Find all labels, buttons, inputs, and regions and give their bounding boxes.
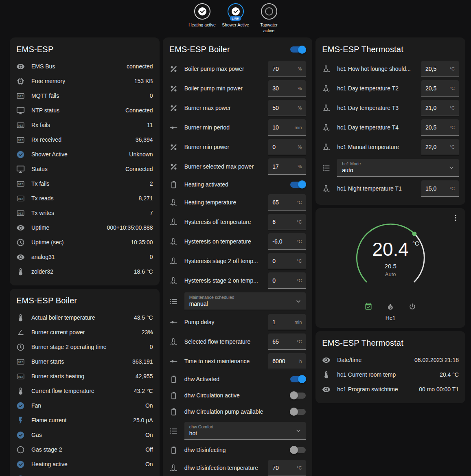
number-input[interactable]: -6,0°C bbox=[268, 233, 306, 250]
sensor-row[interactable]: Heating pumpOn bbox=[16, 472, 153, 476]
sensor-row[interactable]: Current flow temperature43.2 °C bbox=[16, 384, 153, 398]
battery-icon bbox=[169, 375, 178, 384]
sensor-row[interactable]: 012Rx fails11 bbox=[16, 118, 153, 132]
toggle-switch[interactable] bbox=[290, 393, 306, 399]
calendar-check-button[interactable] bbox=[363, 301, 374, 312]
number-input[interactable]: 0°C bbox=[268, 272, 306, 289]
number-input[interactable]: 65°C bbox=[268, 194, 306, 211]
number-input[interactable]: 70°C bbox=[268, 460, 306, 476]
sensor-row[interactable]: NTP statusConnected bbox=[16, 103, 153, 118]
number-input[interactable]: 0°C bbox=[268, 253, 306, 269]
sensor-row[interactable]: Shower ActiveUnknown bbox=[16, 147, 153, 162]
number-input[interactable]: 6°C bbox=[268, 214, 306, 230]
number-input[interactable]: 15,0°C bbox=[421, 180, 459, 197]
sensor-row[interactable]: GasOn bbox=[16, 428, 153, 442]
entity-value: 43.5 °C bbox=[134, 314, 153, 321]
toggle-switch[interactable] bbox=[290, 447, 306, 453]
number-input[interactable]: 17% bbox=[268, 158, 306, 175]
counter-icon: 012 bbox=[16, 136, 25, 144]
select-input[interactable]: Maintenance scheduledmanual bbox=[184, 292, 306, 310]
sensor-row[interactable]: Uptime (sec)10:35:00 bbox=[16, 235, 153, 250]
sensor-row[interactable]: 012Tx writes7 bbox=[16, 206, 153, 220]
number-value: 65 bbox=[272, 338, 292, 345]
sensor-row[interactable]: Flame current25.0 µA bbox=[16, 413, 153, 428]
sensor-row[interactable]: Date/time06.02.2023 21:18 bbox=[322, 353, 459, 367]
number-input[interactable]: 20,5°C bbox=[421, 119, 459, 136]
toggle-switch[interactable] bbox=[290, 409, 306, 415]
badge-label: Heating active bbox=[188, 22, 216, 28]
sensor-row[interactable]: 012Burner starts heating42,955 bbox=[16, 369, 153, 384]
sensor-row[interactable]: StatusConnected bbox=[16, 162, 153, 176]
sensor-row[interactable]: 012Rx received36,394 bbox=[16, 132, 153, 147]
toggle-switch[interactable] bbox=[290, 182, 306, 188]
monitor-icon bbox=[16, 165, 25, 173]
number-input[interactable]: 22,0°C bbox=[421, 139, 459, 155]
number-input[interactable]: 20,5°C bbox=[421, 61, 459, 77]
number-input[interactable]: 10min bbox=[268, 119, 306, 136]
entity-label: Rx fails bbox=[31, 122, 147, 128]
badge-tapwater-active[interactable]: Tapwater active bbox=[254, 3, 284, 33]
select-input[interactable]: hc1 Modeauto bbox=[337, 159, 459, 177]
entity-label: Gas bbox=[31, 432, 145, 438]
sensor-row[interactable]: Heating activeOn bbox=[16, 457, 153, 472]
sensor-row[interactable]: analog310 bbox=[16, 250, 153, 264]
sensor-row[interactable]: 012Tx fails2 bbox=[16, 176, 153, 191]
entity-value: Connected bbox=[125, 166, 153, 172]
sensor-row[interactable]: Gas stage 2Off bbox=[16, 442, 153, 457]
number-input[interactable]: 1min bbox=[268, 314, 306, 330]
sensor-row[interactable]: FanOn bbox=[16, 398, 153, 413]
chevron-down-icon bbox=[294, 297, 302, 305]
percent-icon bbox=[169, 104, 178, 112]
sensor-row[interactable]: Burner current power23% bbox=[16, 325, 153, 340]
sensor-row[interactable]: 012MQTT fails0 bbox=[16, 88, 153, 103]
clock-icon bbox=[16, 343, 25, 351]
number-value: 50 bbox=[272, 105, 293, 111]
entity-label: Time to next maintenance bbox=[184, 358, 269, 364]
entity-value: 20.4 °C bbox=[440, 371, 459, 378]
entity-value: 0 bbox=[150, 92, 153, 99]
sensor-row[interactable]: EMS Busconnected bbox=[16, 59, 153, 74]
chevron-down-icon bbox=[294, 427, 302, 435]
number-unit: % bbox=[298, 164, 302, 169]
sensor-row[interactable]: hc1 Current room temp20.4 °C bbox=[322, 367, 459, 382]
entity-label: Hysteresis on temperature bbox=[184, 238, 269, 245]
sensor-row[interactable]: hc1 Program switchtime00 mo 00:00 T1 bbox=[322, 382, 459, 397]
more-options-button[interactable] bbox=[450, 212, 461, 224]
thermo-waves-icon bbox=[169, 276, 178, 285]
entities-card: EMS-ESP Thermostathc1 How hot lounge sho… bbox=[315, 37, 465, 205]
sensor-row[interactable]: 012Tx reads8,271 bbox=[16, 191, 153, 206]
sensor-row[interactable]: Uptime000+10:35:00.888 bbox=[16, 220, 153, 235]
entity-label: dhw Activated bbox=[184, 376, 287, 382]
number-input[interactable]: 50% bbox=[268, 100, 306, 116]
card-header-toggle[interactable] bbox=[290, 46, 306, 53]
number-input[interactable]: 65°C bbox=[268, 333, 306, 350]
number-unit: °C bbox=[450, 86, 455, 91]
sensor-row[interactable]: zolder3218.6 °C bbox=[16, 264, 153, 279]
number-input[interactable]: 0% bbox=[268, 139, 306, 155]
fire-button[interactable] bbox=[385, 301, 396, 312]
sensor-row[interactable]: Burner stage 2 operating time0 bbox=[16, 340, 153, 354]
number-row: hc1 Day temperature T321,0°C bbox=[322, 98, 459, 118]
sensor-row[interactable]: Actual boiler temperature43.5 °C bbox=[16, 310, 153, 325]
sensor-row[interactable]: Free memory153 KB bbox=[16, 74, 153, 88]
number-input[interactable]: 70% bbox=[268, 61, 306, 77]
thermo-waves-icon bbox=[322, 104, 331, 112]
list-icon bbox=[322, 164, 331, 172]
number-input[interactable]: 30% bbox=[268, 80, 306, 97]
select-value: hot bbox=[189, 430, 293, 437]
eye-icon bbox=[16, 224, 25, 232]
badge-heating-active[interactable]: Heating active bbox=[188, 3, 217, 28]
power-button[interactable] bbox=[407, 301, 418, 312]
toggle-switch[interactable] bbox=[290, 376, 306, 382]
number-input[interactable]: 20,5°C bbox=[421, 80, 459, 97]
sensor-row[interactable]: 012Burner starts363,191 bbox=[16, 354, 153, 369]
memory-icon bbox=[16, 77, 25, 86]
entity-value: 06.02.2023 21:18 bbox=[414, 357, 459, 363]
number-input[interactable]: 6000h bbox=[268, 353, 306, 369]
badge-shower-active[interactable]: LINK Shower Active bbox=[221, 3, 250, 28]
number-unit: °C bbox=[450, 125, 455, 130]
counter-icon: 012 bbox=[16, 209, 25, 217]
number-input[interactable]: 21,0°C bbox=[421, 100, 459, 116]
column-2: EMS-ESP BoilerBoiler pump max power70%Bo… bbox=[163, 37, 313, 476]
select-input[interactable]: dhw Comforthot bbox=[184, 422, 306, 440]
